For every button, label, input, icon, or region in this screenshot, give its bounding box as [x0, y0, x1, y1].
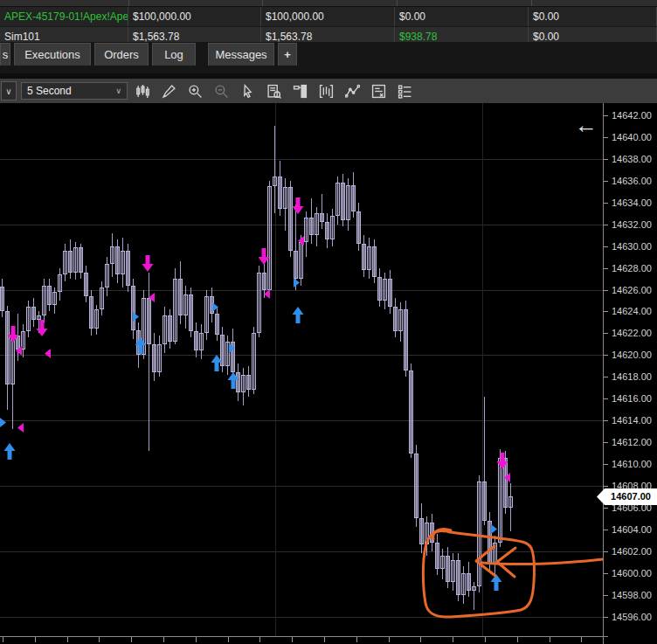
bottom-tab-bar: sExecutionsOrdersLogMessages+ — [0, 42, 657, 73]
tab-orders[interactable]: Orders — [94, 43, 149, 66]
candle-body — [94, 309, 99, 329]
indicators-icon[interactable] — [341, 81, 363, 100]
candle-body — [142, 298, 146, 355]
candle-body — [414, 454, 418, 519]
candle-body — [63, 251, 67, 274]
account-row-apex[interactable]: APEX-45179-01!Apex!Apex$100,000.00$100,0… — [0, 7, 657, 26]
chart-template-icon[interactable] — [367, 81, 390, 100]
h-gridline — [0, 551, 603, 552]
candle-body — [100, 287, 104, 309]
candle-body — [330, 216, 335, 239]
candle-body — [435, 543, 439, 569]
current-price-tag: 14607.00 — [597, 488, 657, 505]
candle-body — [299, 242, 303, 279]
price-axis-label: 14638.00 — [612, 154, 652, 164]
candle-body — [309, 218, 314, 235]
chart-toolbar: ∨ 5 Second ∨ — [0, 79, 657, 103]
candle-body — [246, 375, 251, 390]
candle-body — [498, 458, 502, 543]
h-gridline — [0, 486, 603, 487]
price-axis-label: 14642.00 — [612, 110, 652, 121]
price-axis-label: 14598.00 — [612, 590, 652, 600]
candle-body — [236, 372, 240, 391]
tab-executions[interactable]: Executions — [14, 43, 91, 66]
add-tab-button[interactable]: + — [278, 43, 297, 66]
zoom-in-icon[interactable] — [183, 81, 206, 100]
candle-body — [388, 279, 392, 307]
trading-platform-window: APEX-45179-01!Apex!Apex$100,000.00$100,0… — [0, 0, 657, 644]
candle-body — [58, 274, 62, 292]
candle-body — [372, 246, 377, 277]
candle-body — [21, 331, 25, 350]
price-axis-label: 14616.00 — [612, 393, 652, 404]
tab-messages[interactable]: Messages — [208, 43, 274, 66]
candle-body — [283, 187, 287, 209]
candle-body — [456, 560, 460, 595]
candle-wick — [322, 194, 322, 229]
price-axis-label: 14596.00 — [612, 612, 652, 622]
candle-body — [215, 314, 219, 335]
candle-body — [10, 336, 15, 384]
data-box-icon[interactable] — [262, 81, 285, 100]
chart-type-icon[interactable] — [131, 81, 154, 100]
scroll-to-latest-icon[interactable]: ← — [575, 114, 598, 136]
candle-body — [121, 251, 125, 274]
candle-body — [147, 298, 151, 343]
candle-body — [351, 185, 356, 211]
properties-icon[interactable] — [393, 81, 416, 100]
tab-s[interactable]: s — [0, 43, 10, 66]
chevron-down-icon: ∨ — [115, 87, 121, 95]
instrument-link-dropdown-partial[interactable]: ∨ — [1, 81, 17, 100]
account-value: $100,000.00 — [128, 7, 261, 26]
account-value: $0.00 — [529, 7, 657, 26]
h-gridline — [0, 225, 603, 225]
candle-body — [79, 247, 83, 273]
price-axis-label: 14626.00 — [612, 285, 652, 295]
account-name: APEX-45179-01!Apex!Apex — [0, 7, 128, 26]
candle-body — [346, 185, 350, 220]
candle-body — [225, 342, 230, 365]
zoom-out-icon[interactable] — [210, 81, 232, 100]
candle-body — [482, 481, 487, 521]
candle-body — [68, 251, 73, 273]
candle-body — [194, 331, 198, 350]
candle-wick — [274, 126, 275, 213]
candle-body — [5, 311, 10, 384]
candle-body — [461, 573, 466, 595]
bar-type-icon[interactable] — [315, 81, 337, 100]
candle-body — [440, 556, 445, 569]
tab-log[interactable]: Log — [152, 43, 196, 66]
candle-body — [26, 307, 31, 330]
candle-body — [136, 330, 141, 356]
interval-dropdown[interactable]: 5 Second ∨ — [21, 82, 128, 100]
price-axis-label: 14630.00 — [612, 241, 652, 252]
candle-body — [131, 286, 135, 330]
candle-body — [488, 521, 492, 564]
candle-body — [183, 294, 188, 316]
candle-body — [126, 251, 130, 286]
h-gridline — [0, 355, 603, 356]
candle-body — [451, 560, 455, 582]
account-value: $100,000.00 — [261, 7, 395, 26]
price-axis[interactable]: 14642.0014640.0014638.0014636.0014634.00… — [603, 103, 657, 644]
price-axis-label: 14602.00 — [612, 546, 652, 557]
price-axis-label: 14624.00 — [612, 306, 652, 316]
account-value: $0.00 — [395, 7, 529, 26]
candle-body — [356, 211, 361, 244]
time-axis[interactable] — [0, 636, 608, 644]
chart-trader-icon[interactable] — [288, 81, 311, 100]
candle-body — [105, 264, 109, 287]
candle-body — [231, 342, 235, 372]
candle-body — [362, 244, 366, 270]
candle-body — [52, 292, 57, 305]
candle-body — [168, 315, 172, 342]
candle-body — [273, 177, 277, 186]
cursor-pointer-icon[interactable] — [236, 81, 259, 100]
price-chart[interactable]: ← 14642.0014640.0014638.0014636.0014634.… — [0, 103, 657, 644]
candle-body — [477, 481, 481, 586]
candle-body — [0, 287, 4, 312]
chart-plot-area[interactable] — [0, 103, 603, 644]
candle-body — [467, 573, 471, 591]
drawing-tools-icon[interactable] — [157, 81, 180, 100]
candle-body — [325, 222, 329, 239]
